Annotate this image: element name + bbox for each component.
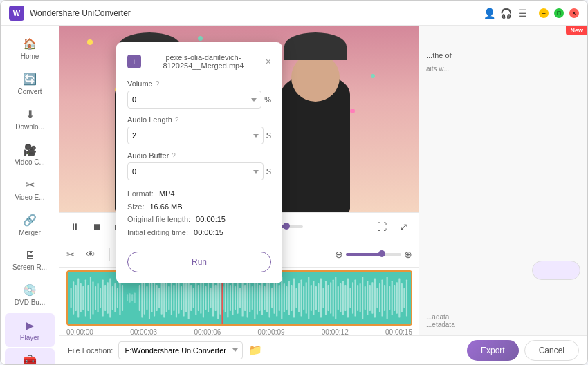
size-row: Size: 16.66 MB xyxy=(127,200,271,214)
svg-rect-65 xyxy=(235,286,236,310)
menu-icon[interactable]: ☰ xyxy=(517,8,528,19)
svg-rect-42 xyxy=(178,282,179,314)
maximize-button[interactable]: □ xyxy=(554,8,564,18)
dialog-close-button[interactable]: × xyxy=(266,56,271,67)
audio-buffer-help-icon[interactable]: ? xyxy=(172,152,176,160)
svg-rect-89 xyxy=(293,279,295,318)
sidebar-item-home[interactable]: 🏠 Home xyxy=(5,32,55,66)
zoom-in-tool[interactable]: ⊕ xyxy=(404,249,412,260)
volume-select[interactable]: 0 xyxy=(127,91,261,109)
file-location-select[interactable]: F:\Wondershare UniConverter xyxy=(118,341,243,359)
svg-rect-31 xyxy=(151,283,152,312)
svg-rect-109 xyxy=(342,281,344,315)
cut-tool[interactable]: ✂ xyxy=(66,249,75,260)
sidebar-item-video-compress[interactable]: 🎥 Video C... xyxy=(5,138,55,171)
zoom-bar: ⊖ ⊕ xyxy=(335,249,412,260)
sidebar-item-merger[interactable]: 🔗 Merger xyxy=(5,208,55,242)
sidebar-item-player[interactable]: ▶ Player xyxy=(5,313,55,347)
svg-rect-107 xyxy=(338,286,339,310)
svg-rect-18 xyxy=(114,283,116,312)
eye-tool[interactable]: 👁 xyxy=(86,249,95,260)
svg-rect-127 xyxy=(387,277,388,319)
fullscreen-button[interactable]: ⛶ xyxy=(374,218,390,235)
title-bar-icons: 👤 🎧 ☰ – □ × xyxy=(484,8,579,19)
dialog-filename: pexels-olia-danilevich-8120254__Merged.m… xyxy=(141,53,266,70)
svg-rect-19 xyxy=(117,288,118,308)
zoom-thumb xyxy=(378,250,385,257)
svg-rect-29 xyxy=(146,286,147,310)
volume-label: Volume ? xyxy=(127,79,271,88)
pause-button[interactable]: ⏸ xyxy=(66,218,83,235)
svg-rect-25 xyxy=(134,292,136,303)
svg-rect-133 xyxy=(401,283,403,312)
svg-rect-116 xyxy=(360,283,361,312)
svg-rect-66 xyxy=(237,282,238,314)
svg-rect-71 xyxy=(249,283,250,312)
svg-rect-52 xyxy=(203,279,204,318)
svg-rect-82 xyxy=(276,279,277,316)
audio-length-select[interactable]: 2 xyxy=(127,127,264,144)
svg-rect-121 xyxy=(371,282,373,314)
tools-sep xyxy=(109,248,110,261)
svg-rect-17 xyxy=(112,286,113,310)
audio-length-help-icon[interactable]: ? xyxy=(175,116,179,124)
zoom-slider[interactable] xyxy=(346,253,401,256)
svg-rect-131 xyxy=(396,282,398,314)
svg-rect-13 xyxy=(102,279,104,316)
svg-rect-115 xyxy=(357,285,358,311)
audio-buffer-unit: S xyxy=(266,167,271,176)
svg-rect-117 xyxy=(362,277,363,319)
minimize-button[interactable]: – xyxy=(539,8,549,18)
svg-rect-69 xyxy=(244,285,246,311)
right-panel-footer-text: ...adata ...etadata xyxy=(426,313,455,328)
right-panel-btn[interactable] xyxy=(532,261,580,280)
audio-buffer-select[interactable]: 0 xyxy=(127,162,264,180)
svg-rect-26 xyxy=(139,285,140,311)
title-bar: W Wondershare UniConverter 👤 🎧 ☰ – □ × xyxy=(1,1,587,26)
format-row: Format: MP4 xyxy=(127,187,271,200)
pip-button[interactable]: ⤢ xyxy=(396,218,412,235)
svg-rect-76 xyxy=(261,281,263,315)
close-button[interactable]: × xyxy=(569,8,579,18)
svg-rect-81 xyxy=(274,282,275,314)
svg-rect-39 xyxy=(171,281,172,315)
sidebar: 🏠 Home 🔄 Convert ⬇ Downlo... 🎥 Video C..… xyxy=(1,26,59,364)
volume-help-icon[interactable]: ? xyxy=(156,80,160,88)
svg-rect-63 xyxy=(230,285,231,311)
sidebar-item-toolbox[interactable]: 🧰 Toolbox xyxy=(5,348,55,364)
audio-length-row: 2 S xyxy=(127,127,271,144)
sidebar-item-video-edit[interactable]: ✂ Video E... xyxy=(5,173,55,207)
svg-rect-48 xyxy=(193,288,194,308)
audio-buffer-section: Audio Buffer ? 0 S xyxy=(127,151,271,180)
download-icon: ⬇ xyxy=(26,108,35,121)
run-button[interactable]: Run xyxy=(127,252,271,272)
zoom-out-tool[interactable]: ⊖ xyxy=(335,249,343,260)
user-icon[interactable]: 👤 xyxy=(484,8,495,19)
sidebar-item-dvd[interactable]: 💿 DVD Bu... xyxy=(5,278,55,312)
svg-rect-114 xyxy=(355,279,356,316)
footer-bar: File Location: F:\Wondershare UniConvert… xyxy=(59,335,587,364)
folder-browse-button[interactable]: 📁 xyxy=(248,344,262,357)
svg-rect-125 xyxy=(381,279,383,316)
headset-icon[interactable]: 🎧 xyxy=(500,8,511,19)
cancel-button[interactable]: Cancel xyxy=(524,340,579,361)
svg-rect-0 xyxy=(71,288,72,308)
sidebar-item-screen[interactable]: 🖥 Screen R... xyxy=(5,243,55,277)
svg-rect-96 xyxy=(311,285,312,311)
svg-rect-56 xyxy=(212,279,214,316)
app-logo: W xyxy=(9,6,24,21)
stop-button[interactable]: ⏹ xyxy=(89,218,105,235)
audio-length-unit: S xyxy=(266,131,271,140)
sidebar-item-download[interactable]: ⬇ Downlo... xyxy=(5,102,55,136)
svg-rect-91 xyxy=(298,283,300,312)
svg-rect-44 xyxy=(183,279,185,316)
svg-rect-83 xyxy=(279,285,280,311)
svg-rect-68 xyxy=(242,279,244,316)
svg-rect-49 xyxy=(195,281,196,315)
svg-rect-92 xyxy=(301,279,302,316)
export-button[interactable]: Export xyxy=(467,340,519,361)
svg-rect-35 xyxy=(161,281,163,315)
sidebar-item-convert[interactable]: 🔄 Convert xyxy=(5,67,55,101)
svg-rect-122 xyxy=(374,279,376,318)
svg-rect-94 xyxy=(306,282,307,314)
